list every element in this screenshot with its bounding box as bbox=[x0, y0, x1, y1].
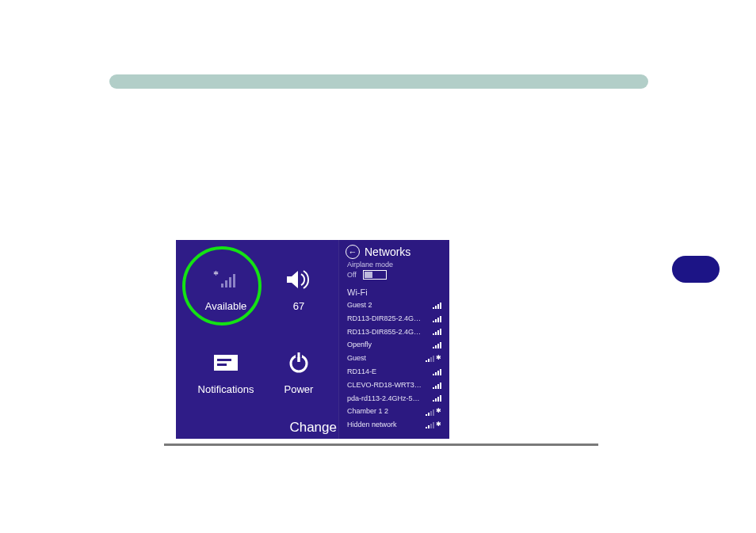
svg-rect-7 bbox=[217, 359, 231, 361]
screenshot-composite: * Available 67 bbox=[176, 240, 449, 439]
power-tile[interactable]: Power bbox=[263, 347, 334, 395]
horizontal-rule bbox=[164, 444, 598, 446]
wifi-signal-icon bbox=[433, 341, 441, 348]
wifi-signal-icon bbox=[433, 382, 441, 389]
networks-title: Networks bbox=[365, 246, 410, 258]
svg-rect-4 bbox=[233, 274, 235, 287]
wifi-network-item[interactable]: Guest 2 bbox=[344, 299, 445, 312]
wifi-network-name: CLEVO-RD18-WRT300N2 bbox=[347, 381, 422, 390]
airplane-mode-heading: Airplane mode bbox=[347, 261, 441, 268]
wifi-network-name: Guest 2 bbox=[347, 301, 372, 310]
settings-charm-panel: * Available 67 bbox=[176, 240, 338, 439]
wifi-signal-icon bbox=[433, 394, 441, 402]
wifi-signal-icon bbox=[433, 368, 441, 375]
notifications-tile[interactable]: Notifications bbox=[190, 347, 262, 395]
back-icon[interactable]: ← bbox=[346, 245, 360, 259]
networks-header: ← Networks bbox=[339, 240, 449, 261]
svg-rect-3 bbox=[229, 277, 231, 287]
lock-icon: ✱ bbox=[436, 421, 441, 428]
wifi-network-item[interactable]: CLEVO-RD18-WRT300N2 bbox=[344, 379, 445, 392]
airplane-mode-toggle[interactable] bbox=[363, 270, 387, 280]
network-tile-label: Available bbox=[190, 300, 262, 312]
volume-tile[interactable]: 67 bbox=[263, 264, 334, 312]
svg-rect-6 bbox=[214, 355, 238, 371]
power-icon bbox=[263, 347, 334, 379]
decorative-bar bbox=[109, 74, 648, 89]
svg-rect-1 bbox=[221, 284, 223, 287]
wifi-network-item[interactable]: pda-rd113-2.4GHz-50Mb bbox=[344, 392, 445, 405]
wifi-available-icon: * bbox=[190, 264, 262, 295]
svg-rect-8 bbox=[217, 364, 227, 366]
wifi-network-item[interactable]: RD113-DIR855-2.4GHZ-6 bbox=[344, 326, 445, 339]
decorative-pill bbox=[672, 256, 720, 283]
wifi-network-name: Guest bbox=[347, 354, 366, 363]
notifications-tile-label: Notifications bbox=[190, 383, 262, 395]
airplane-mode-state: Off bbox=[347, 271, 357, 279]
wifi-signal-icon bbox=[433, 328, 441, 335]
wifi-network-name: RD114-E bbox=[347, 367, 376, 376]
network-tile[interactable]: * Available bbox=[190, 264, 262, 312]
power-tile-label: Power bbox=[263, 383, 334, 395]
networks-flyout: ← Networks Airplane mode Off Wi-Fi Guest… bbox=[338, 240, 449, 439]
lock-icon: ✱ bbox=[436, 354, 441, 362]
svg-rect-2 bbox=[225, 280, 227, 287]
change-pc-settings-link[interactable]: Change bbox=[289, 420, 337, 436]
wifi-network-item[interactable]: RD113-DIR825-2.4GHZ bbox=[344, 312, 445, 326]
wifi-signal-icon: ✱ bbox=[426, 421, 441, 429]
svg-marker-5 bbox=[287, 271, 298, 288]
wifi-network-name: RD113-DIR855-2.4GHZ-6 bbox=[347, 328, 422, 337]
wifi-network-name: pda-rd113-2.4GHz-50Mb bbox=[347, 394, 422, 403]
airplane-mode-section: Airplane mode Off bbox=[339, 261, 449, 283]
wifi-network-name: Openfly bbox=[347, 341, 372, 349]
wifi-network-item[interactable]: Guest✱ bbox=[344, 352, 445, 365]
wifi-network-name: RD113-DIR825-2.4GHZ bbox=[347, 314, 422, 323]
speaker-icon bbox=[263, 264, 334, 295]
lock-icon: ✱ bbox=[436, 407, 441, 415]
wifi-network-item[interactable]: Openfly bbox=[344, 338, 445, 352]
wifi-network-item[interactable]: Chamber 1 2✱ bbox=[344, 405, 445, 418]
volume-tile-label: 67 bbox=[263, 300, 334, 312]
wifi-signal-icon bbox=[433, 302, 441, 309]
wifi-network-name: Chamber 1 2 bbox=[347, 407, 388, 416]
wifi-heading: Wi-Fi bbox=[339, 283, 449, 299]
svg-text:*: * bbox=[213, 269, 219, 281]
wifi-network-list: Guest 2RD113-DIR825-2.4GHZRD113-DIR855-2… bbox=[339, 299, 449, 432]
wifi-signal-icon: ✱ bbox=[426, 355, 441, 363]
wifi-signal-icon: ✱ bbox=[426, 408, 441, 416]
notifications-icon bbox=[190, 347, 262, 379]
wifi-network-name: Hidden network bbox=[347, 421, 397, 429]
wifi-signal-icon bbox=[433, 315, 441, 322]
wifi-network-item[interactable]: RD114-E bbox=[344, 365, 445, 379]
wifi-network-item[interactable]: Hidden network✱ bbox=[344, 418, 445, 432]
svg-rect-12 bbox=[298, 352, 300, 362]
